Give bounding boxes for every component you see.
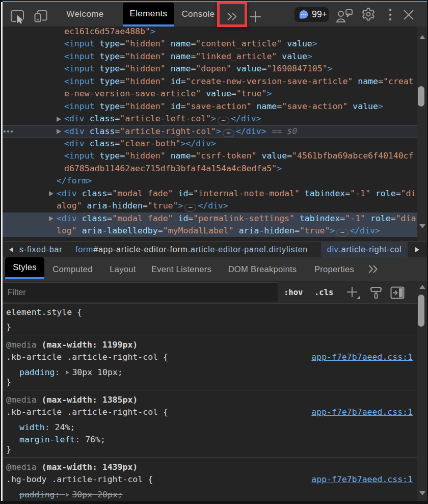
breadcrumb-back-icon[interactable] [9,247,13,252]
hidden-children-ellipsis-icon[interactable]: ⋯ [223,129,234,137]
breadcrumb-item[interactable]: form#app-article-editor-form.article-edi… [75,242,308,257]
scroll-up-arrow-icon[interactable] [419,35,425,39]
dom-tree-row[interactable]: <div class="clear-both"></div> [0,138,417,150]
styles-filter-input[interactable]: Filter [2,282,278,302]
code-token: value [277,51,307,61]
scroll-down-arrow-icon[interactable] [419,224,425,228]
dom-tree-row[interactable]: <input type="hidden" name="dopen" value=… [0,63,417,75]
dom-tree-row[interactable]: d6785adb11462aec715dfb3bfaf4a154a4c8edfa… [0,163,417,175]
scroll-up-arrow-icon[interactable] [419,285,425,289]
dom-tree-row[interactable]: </form> [0,175,417,187]
styles-scrollbar-thumb[interactable] [418,295,424,327]
dom-tree-row[interactable]: <div class="modal fade" id="internal-not… [0,188,417,200]
code-token: } [6,377,11,387]
device-toolbar-icon[interactable] [33,9,48,23]
new-style-rule-icon[interactable] [346,286,361,300]
code-token: = [143,201,148,210]
code-token: "hidden" [125,51,165,61]
tab-elements[interactable]: Elements [123,3,174,24]
add-tab-icon[interactable] [249,11,261,23]
code-token: <div [64,139,85,148]
dom-tree-row[interactable]: ec161c6d57ae488b"> [0,26,417,38]
issues-counter[interactable]: 99+ [295,7,329,22]
code-token: : [45,422,55,432]
scroll-down-arrow-icon[interactable] [419,491,425,495]
styles-tab-properties[interactable]: Properties [313,257,355,281]
breadcrumb-item-selected[interactable]: div.article-right-col [321,242,408,257]
styles-tab-dom-breakpoints[interactable]: DOM Breakpoints [226,257,299,281]
stylesheet-source-link[interactable]: app-f7e7b7aeed.css:1 [311,351,413,363]
rendering-emulations-icon[interactable] [369,286,383,299]
code-token: "-1" [350,189,370,198]
code-token: value [201,89,231,98]
customize-menu-icon[interactable] [387,8,393,21]
code-token: (max-width: 1385px) [37,395,138,405]
code-token: "linked_article" [196,51,277,61]
code-token: <input [64,151,95,161]
code-token: </div> [231,114,261,123]
code-token: name [166,51,191,61]
styles-tab-computed[interactable]: Computed [51,257,94,281]
style-rule-line-selector: element.style { [0,306,417,319]
dom-tree-row-selected[interactable]: <div class="modal fade" id="permalink-se… [0,213,417,225]
styles-tab-event-listeners[interactable]: Event Listeners [150,257,213,281]
inspect-element-icon[interactable] [10,9,25,23]
dom-tree-row[interactable]: <input type="hidden" name="linked_articl… [0,50,417,63]
styles-scrollbar[interactable] [417,281,427,501]
expand-arrow-icon[interactable] [49,216,54,221]
elements-scrollbar-thumb[interactable] [418,86,424,107]
element-classes-button[interactable]: .cls [314,281,333,304]
feedback-icon[interactable] [335,8,354,23]
expand-shorthand-icon[interactable] [66,493,69,497]
code-token: </form> [57,176,92,185]
hidden-children-ellipsis-icon[interactable]: ⋯ [218,117,229,124]
hidden-children-ellipsis-icon[interactable]: ⋯ [336,229,348,236]
dom-tree-row[interactable]: alog" aria-hidden="true">⋯</div> [0,200,417,212]
dom-tree-row[interactable]: <input type="hidden" id="create-new-vers… [0,75,417,88]
code-token: "dopen" [196,64,231,73]
more-panels-icon[interactable] [368,264,379,274]
style-rule-line-decl[interactable]: width: 24%; [0,421,417,434]
styles-tab-styles[interactable]: Styles [5,257,44,277]
code-token: "permalink-settings" [193,214,295,223]
expand-arrow-icon[interactable] [57,129,61,134]
tab-welcome[interactable]: Welcome [62,2,108,26]
dom-tree-row[interactable]: <input type="hidden" name="content_artic… [0,38,417,50]
code-token: type [95,151,120,161]
code-token: == $0 [272,126,298,136]
stylesheet-source-link[interactable]: app-f7e7b7aeed.css:1 [311,473,413,486]
dom-tree-row[interactable]: e-new-version-save-article" value="true"… [0,88,417,100]
styles-tab-layout[interactable]: Layout [109,257,137,281]
expand-arrow-icon[interactable] [49,191,54,196]
expand-arrow-icon[interactable] [57,117,61,122]
style-rule-line-decl[interactable]: padding: 30px 20px; [0,489,417,501]
code-token: = [191,151,196,161]
row-menu-ellipsis-icon[interactable] [4,125,13,138]
code-token: = [181,76,186,86]
style-rule-line-selector: .kb-article .article-right-col {app-f7e7… [0,406,417,418]
dom-tree-row[interactable]: <div class="article-left-col">⋯</div> [0,113,417,125]
code-token: > [216,126,221,136]
close-icon[interactable] [403,9,414,20]
code-token: = [158,226,163,235]
elements-scrollbar[interactable] [417,26,427,241]
dom-tree-row[interactable]: <input type="hidden" name="csrf-token" v… [0,150,417,162]
red-annotation-box [217,2,247,27]
toggle-element-state-button[interactable]: :hov [284,281,303,304]
settings-gear-icon[interactable] [361,7,376,22]
computed-sidebar-icon[interactable] [390,286,405,299]
code-token: = [191,39,196,48]
breadcrumb-forward-icon[interactable] [415,247,419,252]
dom-tree-row[interactable]: <div class="article-right-col">⋯</div>==… [0,125,417,138]
window-top-highlight [3,1,427,2]
dom-tree-row-selected[interactable]: log" aria-labelledby="myModalLabel" aria… [0,225,417,237]
stylesheet-source-link[interactable]: app-f7e7b7aeed.css:1 [311,406,413,418]
tab-console[interactable]: Console [179,2,217,26]
expand-shorthand-icon[interactable] [66,370,69,375]
dom-tree-row[interactable]: <input type="hidden" id="save-action" na… [0,100,417,113]
breadcrumb-item[interactable]: s-fixed-bar [19,242,62,257]
hidden-children-ellipsis-icon[interactable]: ⋯ [184,204,196,211]
code-token: = [188,214,193,223]
code-token: <div [64,114,85,123]
code-token: = [120,39,125,48]
